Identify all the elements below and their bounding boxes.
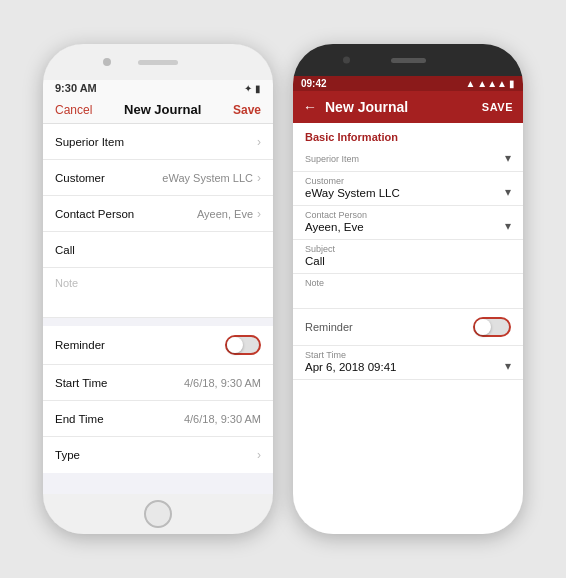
customer-text: eWay System LLC <box>162 172 253 184</box>
superior-item-label: Superior Item <box>55 136 124 148</box>
toggle-knob <box>475 319 491 335</box>
dropdown-arrow-icon: ▾ <box>505 219 511 233</box>
subject-value: Call <box>305 255 511 267</box>
status-time: 9:30 AM <box>55 82 97 94</box>
start-time-label: Start Time <box>305 350 505 360</box>
android-phone: 09:42 ▲ ▲▲▲ ▮ ← New Journal SAVE Basic I… <box>293 44 523 534</box>
speaker <box>391 58 426 63</box>
superior-item-row[interactable]: Superior Item › <box>43 124 273 160</box>
contact-person-label: Contact Person <box>55 208 134 220</box>
wifi-icon: ▲ <box>465 78 475 89</box>
customer-value: eWay System LLC › <box>162 171 261 185</box>
subject-label: Subject <box>305 244 511 254</box>
field-inner: Subject Call <box>305 244 511 267</box>
type-row[interactable]: Type › <box>43 437 273 473</box>
superior-item-value: › <box>257 135 261 149</box>
chevron-right-icon: › <box>257 171 261 185</box>
reminder-toggle[interactable] <box>473 317 511 337</box>
end-time-label: End Time <box>55 413 104 425</box>
superior-item-field[interactable]: Superior Item ▾ <box>293 147 523 172</box>
back-button[interactable]: ← <box>303 99 317 115</box>
field-inner: Superior Item <box>305 154 505 165</box>
status-bar: 09:42 ▲ ▲▲▲ ▮ <box>293 76 523 91</box>
contact-person-label: Contact Person <box>305 210 505 220</box>
contact-person-row[interactable]: Contact Person Ayeen, Eve › <box>43 196 273 232</box>
reminder-label: Reminder <box>305 321 353 333</box>
reminder-label: Reminder <box>55 339 105 351</box>
status-time: 09:42 <box>301 78 327 89</box>
battery-icon: ▮ <box>255 83 261 94</box>
reminder-section: Reminder Start Time 4/6/18, 9:30 AM End … <box>43 326 273 473</box>
chevron-right-icon: › <box>257 135 261 149</box>
battery-icon: ▮ <box>509 78 515 89</box>
speaker <box>138 60 178 65</box>
contact-person-field[interactable]: Contact Person Ayeen, Eve ▾ <box>293 206 523 240</box>
start-time-label: Start Time <box>55 377 107 389</box>
contact-person-value: Ayeen, Eve <box>305 221 505 233</box>
type-label: Type <box>55 449 80 461</box>
contact-person-value: Ayeen, Eve › <box>197 207 261 221</box>
customer-row[interactable]: Customer eWay System LLC › <box>43 160 273 196</box>
status-icons: ✦ ▮ <box>244 83 261 94</box>
superior-item-label: Superior Item <box>305 154 505 164</box>
start-time-field[interactable]: Start Time Apr 6, 2018 09:41 ▾ <box>293 346 523 380</box>
customer-field[interactable]: Customer eWay System LLC ▾ <box>293 172 523 206</box>
note-placeholder: Note <box>55 277 78 289</box>
content-area: Basic Information Superior Item ▾ Custom… <box>293 123 523 534</box>
end-time-row[interactable]: End Time 4/6/18, 9:30 AM <box>43 401 273 437</box>
end-time-value: 4/6/18, 9:30 AM <box>184 413 261 425</box>
front-camera <box>103 58 111 66</box>
start-time-value: 4/6/18, 9:30 AM <box>184 377 261 389</box>
end-time-text: 4/6/18, 9:30 AM <box>184 413 261 425</box>
contact-person-text: Ayeen, Eve <box>197 208 253 220</box>
save-button[interactable]: Save <box>233 103 261 117</box>
note-label: Note <box>305 278 511 288</box>
chevron-right-icon: › <box>257 207 261 221</box>
call-row[interactable]: Call <box>43 232 273 268</box>
field-inner: Customer eWay System LLC <box>305 176 505 199</box>
signal-icon: ▲▲▲ <box>477 78 507 89</box>
reminder-row: Reminder <box>43 326 273 365</box>
content-area: Superior Item › Customer eWay System LLC… <box>43 124 273 494</box>
section-header: Basic Information <box>293 123 523 147</box>
toggle-knob <box>227 337 243 353</box>
customer-value: eWay System LLC <box>305 187 505 199</box>
bluetooth-icon: ✦ <box>244 83 252 94</box>
status-icons: ▲ ▲▲▲ ▮ <box>465 78 515 89</box>
save-button[interactable]: SAVE <box>482 101 513 113</box>
home-button-area <box>43 494 273 534</box>
navigation-bar: Cancel New Journal Save <box>43 96 273 124</box>
navigation-bar: ← New Journal SAVE <box>293 91 523 123</box>
note-field[interactable]: Note <box>43 268 273 318</box>
start-time-text: 4/6/18, 9:30 AM <box>184 377 261 389</box>
notch-area <box>293 44 523 76</box>
reminder-row: Reminder <box>293 309 523 346</box>
home-button[interactable] <box>144 500 172 528</box>
dropdown-arrow-icon: ▾ <box>505 151 511 165</box>
type-value: › <box>257 448 261 462</box>
chevron-right-icon: › <box>257 448 261 462</box>
page-title: New Journal <box>325 99 474 115</box>
reminder-toggle[interactable] <box>225 335 261 355</box>
start-time-value: Apr 6, 2018 09:41 <box>305 361 505 373</box>
dropdown-arrow-icon: ▾ <box>505 359 511 373</box>
field-inner: Start Time Apr 6, 2018 09:41 <box>305 350 505 373</box>
dropdown-arrow-icon: ▾ <box>505 185 511 199</box>
customer-label: Customer <box>305 176 505 186</box>
customer-label: Customer <box>55 172 105 184</box>
subject-field[interactable]: Subject Call <box>293 240 523 274</box>
note-field[interactable]: Note <box>293 274 523 309</box>
call-label: Call <box>55 244 75 256</box>
start-time-row[interactable]: Start Time 4/6/18, 9:30 AM <box>43 365 273 401</box>
cancel-button[interactable]: Cancel <box>55 103 92 117</box>
page-title: New Journal <box>124 102 201 117</box>
ios-phone: 9:30 AM ✦ ▮ Cancel New Journal Save Supe… <box>43 44 273 534</box>
field-inner: Contact Person Ayeen, Eve <box>305 210 505 233</box>
notch-area <box>43 44 273 80</box>
front-camera <box>343 57 350 64</box>
status-bar: 9:30 AM ✦ ▮ <box>43 80 273 96</box>
main-form-section: Superior Item › Customer eWay System LLC… <box>43 124 273 318</box>
